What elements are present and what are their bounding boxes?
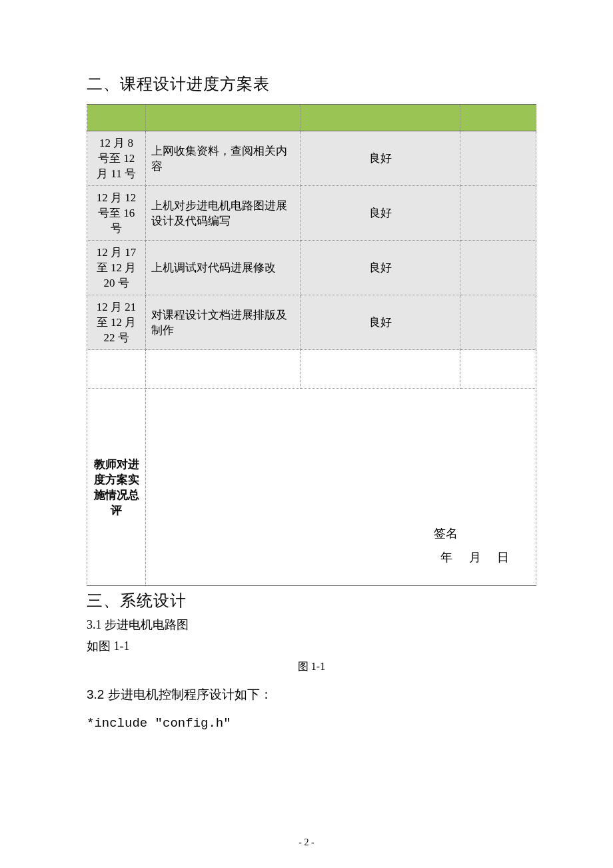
date-cell: 12 月 8 号至 12 月 11 号: [87, 131, 146, 186]
date-cell: 12 月 12 号至 16 号: [87, 186, 146, 241]
rating-cell: 良好: [301, 295, 460, 350]
figure-reference: 如图 1-1: [87, 635, 536, 657]
document-page: 二、课程设计进度方案表 12 月 8 号至 12 月 11 号 上网收集资料，查…: [0, 0, 613, 868]
page-number: - 2 -: [0, 837, 613, 848]
year-label: 年: [440, 545, 452, 569]
table-row: 12 月 21 至 12 月 22 号 对课程设计文档进展排版及制作 良好: [87, 295, 536, 350]
table-header-cell: [87, 105, 146, 131]
task-cell: 上机对步进电机电路图进展设计及代码编写: [146, 186, 301, 241]
table-row: 12 月 8 号至 12 月 11 号 上网收集资料，查阅相关内容 良好: [87, 131, 536, 186]
day-label: 日: [497, 545, 509, 569]
rating-cell: 良好: [301, 131, 460, 186]
last-cell: [460, 131, 536, 186]
schedule-table: 12 月 8 号至 12 月 11 号 上网收集资料，查阅相关内容 良好 12 …: [87, 104, 536, 586]
task-cell: 上机调试对代码进展修改: [146, 241, 301, 295]
date-cell: 12 月 21 至 12 月 22 号: [87, 295, 146, 350]
empty-cell: [87, 350, 146, 389]
last-cell: [460, 295, 536, 350]
task-cell: 对课程设计文档进展排版及制作: [146, 295, 301, 350]
rating-cell: 良好: [301, 186, 460, 241]
section-2-heading: 二、课程设计进度方案表: [87, 73, 536, 95]
code-line: *include "config.h": [87, 709, 536, 739]
table-header-row: [87, 105, 536, 131]
table-summary-row: 教师对进度方案实施情况总评 签名 年 月 日: [87, 389, 536, 586]
table-row-empty: [87, 350, 536, 389]
month-label: 月: [469, 545, 481, 569]
last-cell: [460, 241, 536, 295]
section-3-2-title: 3.2 步进电机控制程序设计如下：: [87, 681, 536, 709]
empty-cell: [460, 350, 536, 389]
section-3-heading: 三、系统设计: [87, 590, 536, 611]
signature-block: 签名 年 月 日: [434, 521, 516, 569]
section-3-1-title: 3.1 步进电机电路图: [87, 614, 536, 635]
table-header-cell: [460, 105, 536, 131]
table-header-cell: [146, 105, 301, 131]
signature-label: 签名: [434, 521, 516, 545]
summary-content-cell: 签名 年 月 日: [146, 389, 536, 586]
empty-cell: [301, 350, 460, 389]
table-row: 12 月 12 号至 16 号 上机对步进电机电路图进展设计及代码编写 良好: [87, 186, 536, 241]
last-cell: [460, 186, 536, 241]
figure-caption: 图 1-1: [87, 660, 536, 674]
task-cell: 上网收集资料，查阅相关内容: [146, 131, 301, 186]
empty-cell: [146, 350, 301, 389]
date-cell: 12 月 17 至 12 月 20 号: [87, 241, 146, 295]
signature-date-line: 年 月 日: [434, 545, 516, 569]
rating-cell: 良好: [301, 241, 460, 295]
summary-label-cell: 教师对进度方案实施情况总评: [87, 389, 146, 586]
table-header-cell: [301, 105, 460, 131]
table-row: 12 月 17 至 12 月 20 号 上机调试对代码进展修改 良好: [87, 241, 536, 295]
